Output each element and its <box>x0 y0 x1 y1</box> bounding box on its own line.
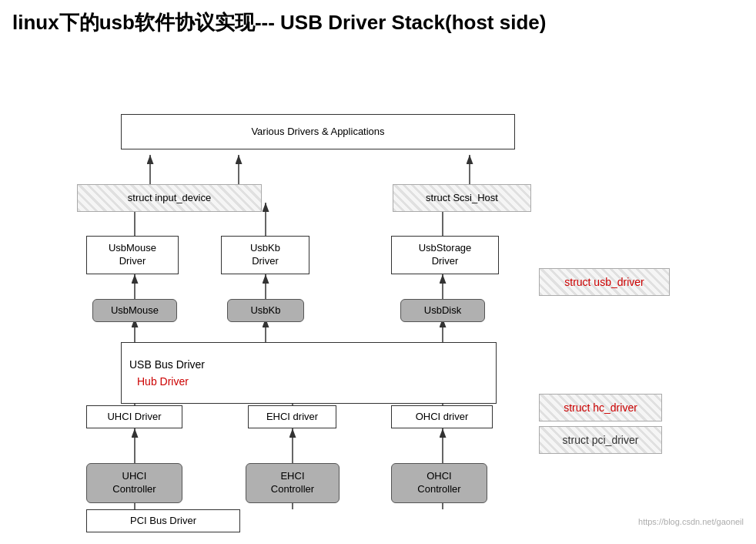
ohci-controller-box: OHCI Controller <box>391 463 487 503</box>
usbkb-gray: UsbKb <box>227 299 304 322</box>
hub-driver-label-red: Hub Driver <box>137 374 189 388</box>
usbmouse-gray: UsbMouse <box>92 299 177 322</box>
watermark: https://blog.csdn.net/gaoneil <box>638 517 744 526</box>
page-title: linux下的usb软件协议实现--- USB Driver Stack(hos… <box>0 0 756 41</box>
usbmouse-driver-box: UsbMouse Driver <box>86 236 179 274</box>
pci-bus-driver-box: PCI Bus Driver <box>86 509 240 532</box>
various-drivers-box: Various Drivers & Applications <box>121 114 515 149</box>
struct-usb-driver-label: struct usb_driver <box>539 268 670 296</box>
ehci-controller-box: EHCI Controller <box>246 463 340 503</box>
ohci-driver-box: OHCI driver <box>391 405 493 428</box>
struct-hc-driver-label: struct hc_driver <box>539 394 662 421</box>
usbstorage-driver-box: UsbStorage Driver <box>391 236 499 274</box>
struct-pci-driver-label: struct pci_driver <box>539 426 662 454</box>
uhci-driver-box: UHCI Driver <box>86 405 182 428</box>
struct-scsi-box: struct Scsi_Host <box>393 184 531 212</box>
usb-bus-driver-label: USB Bus Driver <box>129 358 205 371</box>
ehci-driver-box: EHCI driver <box>248 405 336 428</box>
usbdisk-gray: UsbDisk <box>400 299 485 322</box>
usb-bus-driver-box: USB Bus Driver Hub Driver <box>121 342 497 404</box>
usbkb-driver-box: UsbKb Driver <box>221 236 309 274</box>
uhci-controller-box: UHCI Controller <box>86 463 182 503</box>
struct-input-box: struct input_device <box>77 184 262 212</box>
